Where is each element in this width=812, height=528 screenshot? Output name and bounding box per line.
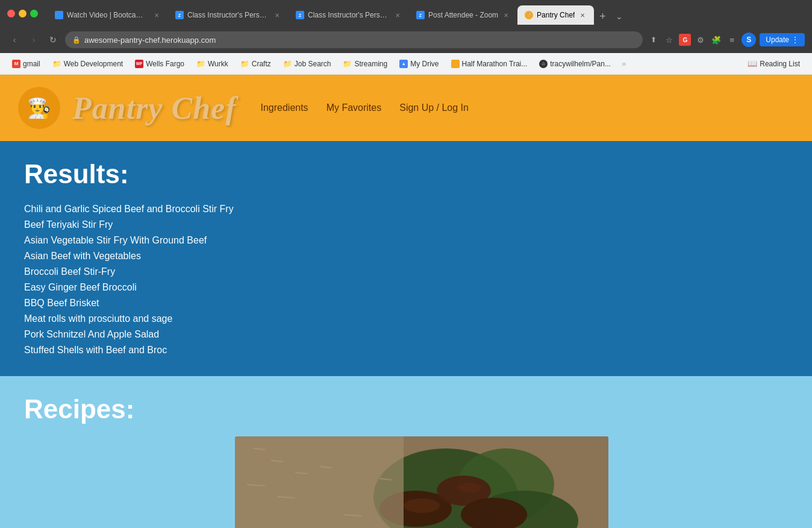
recipe-image-container [235,436,608,528]
extension-icon-4[interactable]: ≡ [726,34,738,46]
result-item-4[interactable]: Asian Beef with Vegetables [24,248,788,264]
bookmark-streaming[interactable]: 📁 Streaming [338,56,392,72]
nav-signup[interactable]: Sign Up / Log In [399,102,469,113]
bookmark-wurkk[interactable]: 📁 Wurkk [192,56,233,72]
recipe-food-graphic [235,436,608,528]
app-title: Pantry Chef [72,90,236,126]
update-chevron-icon: ⋮ [792,36,799,44]
bookmark-craftz-label: Craftz [252,60,271,68]
extension-icon-1[interactable]: G [679,34,691,46]
reading-list-button[interactable]: 📖 Reading List [743,56,805,72]
tab-list-button[interactable]: ⌄ [611,8,628,25]
title-bar: 🌐 Watch Video | Bootcamp Sp... ✕ Z Class… [0,0,812,27]
tab-1-favicon: 🌐 [55,11,63,19]
folder-webdev-icon: 📁 [52,60,61,68]
extension-icon-2[interactable]: ⚙ [695,34,707,46]
update-button[interactable]: Update ⋮ [760,33,805,46]
svg-point-8 [458,483,482,492]
bookmark-gmail[interactable]: M gmail [7,56,45,72]
bookmark-wellsfargo[interactable]: WF Wells Fargo [130,56,189,72]
reading-list-icon: 📖 [748,59,757,68]
bookmark-wellsfargo-label: Wells Fargo [146,60,184,68]
refresh-button[interactable]: ↻ [46,33,60,47]
traffic-lights [7,10,38,17]
result-item-2[interactable]: Beef Teriyaki Stir Fry [24,217,788,233]
bookmark-tracy-label: tracywilhelm/Pan... [550,60,611,68]
results-section: Results: Chili and Garlic Spiced Beef an… [0,141,812,376]
bookmark-jobsearch[interactable]: 📁 Job Search [278,56,336,72]
tab-4[interactable]: Z Post Attendee - Zoom ✕ [409,5,517,25]
address-bar-icons: ⬆ ☆ G ⚙ 🧩 ≡ S Update ⋮ [648,33,805,47]
tab-3-close[interactable]: ✕ [393,11,402,19]
tab-4-favicon: Z [416,11,425,19]
tab-5-title: Pantry Chef [537,11,575,19]
reading-list-label: Reading List [760,60,800,68]
forward-button[interactable]: › [27,33,41,47]
profile-button[interactable]: S [742,33,756,47]
tab-3-title: Class Instructor's Personal M... [308,11,390,19]
chevron-right-icon: » [622,59,626,68]
tabs-container: 🌐 Watch Video | Bootcamp Sp... ✕ Z Class… [43,2,805,25]
recipe-image [235,436,608,528]
folder-jobsearch-icon: 📁 [283,60,292,68]
result-item-7[interactable]: BBQ Beef Brisket [24,295,788,311]
browser-window: 🌐 Watch Video | Bootcamp Sp... ✕ Z Class… [0,0,812,528]
tab-5[interactable]: 🍴 Pantry Chef ✕ [517,5,594,25]
bookmark-tracy[interactable]: ⌂ tracywilhelm/Pan... [534,56,616,72]
app-logo: 👨‍🍳 [18,87,60,129]
tab-2-title: Class Instructor's Personal M... [187,11,269,19]
tab-2-close[interactable]: ✕ [273,11,281,19]
nav-favorites[interactable]: My Favorites [326,102,382,113]
result-item-9[interactable]: Pork Schnitzel And Apple Salad [24,327,788,342]
result-item-1[interactable]: Chili and Garlic Spiced Beef and Broccol… [24,201,788,217]
tab-1[interactable]: 🌐 Watch Video | Bootcamp Sp... ✕ [48,5,168,25]
url-text: awesome-pantry-chef.herokuapp.com [84,36,636,45]
bookmark-halfmarathon-label: Half Marathon Trai... [462,60,528,68]
extension-icon-3[interactable]: 🧩 [710,34,722,46]
back-button[interactable]: ‹ [7,33,22,47]
results-heading: Results: [24,159,788,189]
tab-2[interactable]: Z Class Instructor's Personal M... ✕ [168,5,289,25]
app-nav: Ingredients My Favorites Sign Up / Log I… [260,102,469,113]
bookmark-webdev[interactable]: 📁 Web Development [48,56,128,72]
tab-4-close[interactable]: ✕ [502,11,510,19]
app-header: 👨‍🍳 Pantry Chef Ingredients My Favorites… [0,75,812,141]
bookmark-jobsearch-label: Job Search [295,60,331,68]
maximize-button[interactable] [30,10,38,17]
bookmarks-bar: M gmail 📁 Web Development WF Wells Fargo… [0,53,812,75]
tab-3[interactable]: Z Class Instructor's Personal M... ✕ [289,5,409,25]
more-bookmarks-button[interactable]: » [618,59,629,68]
bookmark-wurkk-label: Wurkk [208,60,228,68]
results-list: Chili and Garlic Spiced Beef and Broccol… [24,201,788,358]
tab-5-close[interactable]: ✕ [578,11,587,19]
nav-ingredients[interactable]: Ingredients [260,102,308,113]
result-item-8[interactable]: Meat rolls with prosciutto and sage [24,311,788,327]
result-item-3[interactable]: Asian Vegetable Stir Fry With Ground Bee… [24,233,788,248]
bookmark-gmail-label: gmail [23,60,40,68]
bookmark-halfmarathon[interactable]: Half Marathon Trai... [446,56,532,72]
tab-1-close[interactable]: ✕ [152,11,161,19]
result-item-10[interactable]: Stuffed Shells with Beef and Broc [24,342,788,358]
share-icon[interactable]: ⬆ [648,34,660,46]
folder-craftz-icon: 📁 [240,60,249,68]
tab-5-favicon: 🍴 [525,11,533,19]
new-tab-button[interactable]: + [594,8,611,25]
bookmark-webdev-label: Web Development [64,60,123,68]
chef-hat-icon: 👨‍🍳 [27,96,51,119]
result-item-5[interactable]: Broccoli Beef Stir-Fry [24,264,788,280]
url-bar[interactable]: 🔒 awesome-pantry-chef.herokuapp.com [65,31,643,48]
tab-4-title: Post Attendee - Zoom [428,11,498,19]
bookmark-star-icon[interactable]: ☆ [663,34,675,46]
bookmark-mydrive[interactable]: ▲ My Drive [395,56,443,72]
minimize-button[interactable] [19,10,27,17]
result-item-6[interactable]: Easy Ginger Beef Broccoli [24,280,788,295]
recipes-heading: Recipes: [24,394,788,424]
svg-rect-9 [235,436,404,528]
tab-2-favicon: Z [175,11,184,19]
recipes-section: Recipes: [0,376,812,528]
address-bar: ‹ › ↻ 🔒 awesome-pantry-chef.herokuapp.co… [0,27,812,53]
bookmark-craftz[interactable]: 📁 Craftz [236,56,276,72]
close-button[interactable] [7,10,15,17]
tab-1-title: Watch Video | Bootcamp Sp... [67,11,149,19]
folder-wurkk-icon: 📁 [196,60,205,68]
